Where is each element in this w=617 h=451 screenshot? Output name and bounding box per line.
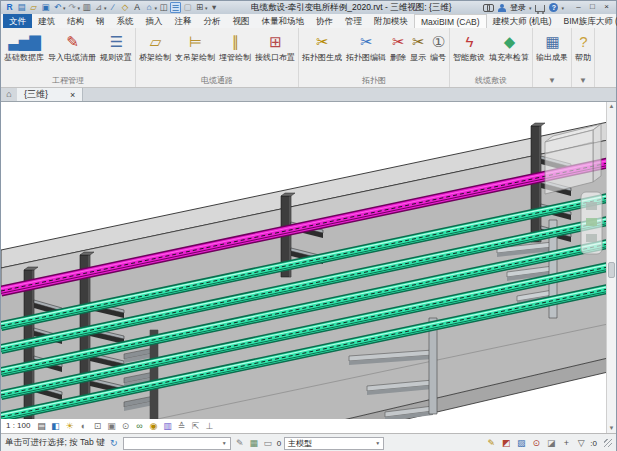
- ribbon-tab-结构[interactable]: 结构: [61, 14, 90, 28]
- ribbon-tab-协作[interactable]: 协作: [310, 14, 339, 28]
- rule-settings-button[interactable]: ☰规则设置: [98, 28, 134, 62]
- switch-windows-icon[interactable]: ⊞: [194, 2, 205, 13]
- view-tab-close-icon[interactable]: ×: [70, 90, 75, 100]
- file-menu-icon[interactable]: ▤: [16, 2, 27, 13]
- select-pinned-icon[interactable]: ⊙: [530, 437, 542, 449]
- drag-on-selection-icon[interactable]: +: [560, 437, 572, 449]
- scroll-up-icon[interactable]: ▲: [607, 102, 616, 111]
- crop-view-icon[interactable]: ⊡: [91, 420, 103, 432]
- worksets-dropdown[interactable]: ▼: [123, 437, 231, 450]
- redo-icon-dropdown[interactable]: ▾: [78, 5, 81, 11]
- fill-rate-check-button[interactable]: ◆填充率检算: [487, 28, 531, 62]
- topology-edit-button[interactable]: ✂拓扑图编辑: [344, 28, 388, 62]
- maximize-button[interactable]: □: [586, 2, 599, 13]
- ribbon-tab-视图[interactable]: 视图: [227, 14, 256, 28]
- ribbon-tab-注释[interactable]: 注释: [169, 14, 198, 28]
- visual-style-icon[interactable]: ◧: [49, 420, 61, 432]
- app-store-cart-icon[interactable]: [535, 5, 545, 12]
- editable-only-icon[interactable]: ✎: [485, 437, 497, 449]
- temporary-view-properties-icon[interactable]: ▥: [161, 420, 173, 432]
- ribbon-tab-管理[interactable]: 管理: [339, 14, 368, 28]
- text-icon[interactable]: A: [132, 2, 143, 13]
- resize-grip[interactable]: [604, 439, 612, 447]
- select-underlay-icon[interactable]: ▨: [515, 437, 527, 449]
- close-hidden-windows-icon[interactable]: ▢: [182, 2, 193, 13]
- support-draw-button[interactable]: ⊨支吊架绘制: [173, 28, 217, 62]
- ribbon-tab-MaxiBIM (CAB)[interactable]: MaxiBIM (CAB): [414, 14, 487, 28]
- reveal-hidden-bulb-icon[interactable]: ◉: [147, 420, 159, 432]
- ribbon-tab-分析[interactable]: 分析: [198, 14, 227, 28]
- customize-qat-icon[interactable]: ▾: [209, 2, 220, 13]
- ribbon-tab-建模大师 (机电)[interactable]: 建模大师 (机电): [487, 14, 558, 28]
- ribbon-tab-钢[interactable]: 钢: [90, 14, 111, 28]
- ribbon-tab-建筑[interactable]: 建筑: [32, 14, 61, 28]
- smart-laying-button[interactable]: ϟ智能敷设: [451, 28, 487, 62]
- import-cable-list-button[interactable]: ✎导入电缆清册: [46, 28, 98, 62]
- revit-logo[interactable]: R: [4, 2, 15, 13]
- save-icon[interactable]: ▣: [40, 2, 51, 13]
- shadows-icon[interactable]: ◐: [77, 420, 89, 432]
- signin-dropdown-icon[interactable]: ▾: [529, 5, 532, 11]
- section-icon[interactable]: ◫: [158, 2, 169, 13]
- import-cable-list-label: 导入电缆清册: [48, 53, 96, 62]
- default-3d-view-icon[interactable]: ⌂: [144, 2, 155, 13]
- hide-isolate-glasses-icon[interactable]: ∞: [133, 420, 145, 432]
- minimize-button[interactable]: –: [572, 2, 585, 13]
- print-icon[interactable]: ▥: [81, 2, 92, 13]
- view-tab-3d[interactable]: {三维} ×: [17, 88, 83, 101]
- close-button[interactable]: ×: [600, 2, 613, 13]
- filter-icon[interactable]: ▽: [575, 437, 587, 449]
- ribbon-tab-文件[interactable]: 文件: [3, 14, 32, 28]
- scroll-down-icon[interactable]: ▼: [607, 424, 616, 433]
- undo-icon-dropdown[interactable]: ▾: [63, 5, 66, 11]
- thin-lines-icon[interactable]: ☰: [170, 2, 181, 13]
- unlock-3d-icon[interactable]: ⊙: [119, 420, 131, 432]
- user-icon[interactable]: [498, 4, 506, 12]
- scrollbar-thumb[interactable]: [608, 262, 615, 278]
- show-crop-icon[interactable]: ▣: [105, 420, 117, 432]
- worksharing-display-icon[interactable]: ▦: [248, 437, 260, 449]
- default-3d-view-icon-dropdown[interactable]: ▾: [155, 5, 158, 11]
- conduit-draw-button[interactable]: ∥埋管绘制: [217, 28, 253, 62]
- design-options-dropdown[interactable]: 主模型▼: [284, 437, 384, 450]
- drawing-area[interactable]: ▲ ▼ 1 : 100 ▤◧☀◐⊡▣⊙∞◉▥≙⇱⊥: [1, 102, 616, 433]
- signin-label[interactable]: 登录: [510, 2, 526, 13]
- ribbon-tab-BIM族库大师 (深圳)[interactable]: BIM族库大师 (深圳): [558, 14, 617, 28]
- ribbon-tab-附加模块[interactable]: 附加模块: [368, 14, 414, 28]
- vertical-scrollbar[interactable]: ▲ ▼: [606, 102, 616, 433]
- ribbon-tab-体量和场地[interactable]: 体量和场地: [256, 14, 311, 28]
- home-icon[interactable]: ⌂: [1, 88, 17, 101]
- scale-button[interactable]: 1 : 100: [6, 421, 30, 430]
- switch-windows-icon-dropdown[interactable]: ▾: [205, 5, 208, 11]
- help-icon[interactable]: ?: [549, 3, 558, 12]
- open-icon[interactable]: ▱: [28, 2, 39, 13]
- displacement-sets-icon[interactable]: ⇱: [189, 420, 201, 432]
- export-results-button[interactable]: ▦输出成果: [534, 28, 570, 62]
- detail-level-icon[interactable]: ▤: [35, 420, 47, 432]
- basic-database-button[interactable]: ▃▅▇基础数据库: [2, 28, 46, 62]
- tray-draw-button[interactable]: ▱桥架绘制: [137, 28, 173, 62]
- numbering-button[interactable]: ①编号: [428, 28, 448, 62]
- select-links-icon[interactable]: ◩: [500, 437, 512, 449]
- undo-icon[interactable]: ↶: [52, 2, 63, 13]
- junction-port-layout-button[interactable]: ⊞接线口布置: [253, 28, 297, 62]
- topology-show-button[interactable]: ✂显示: [408, 28, 428, 62]
- help-button[interactable]: ?帮助: [573, 28, 593, 62]
- help-dropdown-icon[interactable]: ▾: [561, 5, 564, 11]
- topology-generate-button[interactable]: ✂拓扑图生成: [300, 28, 344, 62]
- aligned-dimension-icon[interactable]: ∕: [108, 2, 119, 13]
- ribbon-tab-系统[interactable]: 系统: [111, 14, 140, 28]
- editing-requests-icon[interactable]: ✎: [234, 437, 246, 449]
- tag-by-category-icon[interactable]: ◇: [120, 2, 131, 13]
- select-by-face-icon[interactable]: ◪: [545, 437, 557, 449]
- reveal-constraints-icon[interactable]: ⊥: [203, 420, 215, 432]
- measure-icon-dropdown[interactable]: ▾: [104, 5, 107, 11]
- search-binoculars-icon[interactable]: [483, 4, 494, 11]
- redo-icon[interactable]: ↷: [67, 2, 78, 13]
- design-options-icon[interactable]: ▭: [262, 437, 274, 449]
- analytical-model-icon[interactable]: ≙: [175, 420, 187, 432]
- ribbon-tab-插入[interactable]: 插入: [140, 14, 169, 28]
- sun-path-icon[interactable]: ☀: [63, 420, 75, 432]
- measure-icon[interactable]: ⊿: [93, 2, 104, 13]
- topology-delete-button[interactable]: ✂删除: [388, 28, 408, 62]
